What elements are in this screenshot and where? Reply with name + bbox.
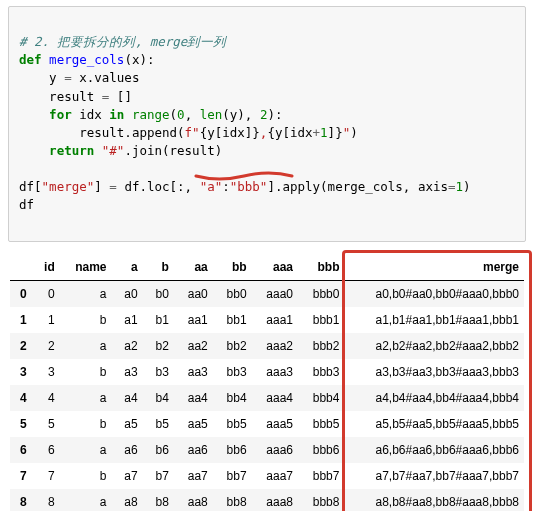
cell-aa: aa0 — [176, 280, 215, 307]
kw-def: def — [19, 52, 42, 67]
cell-merge: a3,b3#aa3,bb3#aaa3,bbb3 — [346, 359, 524, 385]
table-row: 11ba1b1aa1bb1aaa1bbb1a1,b1#aa1,bb1#aaa1,… — [10, 307, 524, 333]
cell-b: b7 — [145, 463, 176, 489]
cell-merge: a8,b8#aa8,bb8#aaa8,bbb8 — [346, 489, 524, 512]
cell-bb: bb6 — [215, 437, 254, 463]
table-row: 22aa2b2aa2bb2aaa2bbb2a2,b2#aa2,bb2#aaa2,… — [10, 333, 524, 359]
cell-bb: bb0 — [215, 280, 254, 307]
cell-name: a — [62, 280, 114, 307]
cell-id: 5 — [34, 411, 62, 437]
cell-merge: a5,b5#aa5,bb5#aaa5,bbb5 — [346, 411, 524, 437]
cell-a: a4 — [114, 385, 145, 411]
cell-bb: bb7 — [215, 463, 254, 489]
cell-aaa: aaa8 — [254, 489, 300, 512]
str-bbb: "bbb" — [230, 179, 268, 194]
row-index: 7 — [10, 463, 34, 489]
cell-aa: aa1 — [176, 307, 215, 333]
col-name: name — [62, 254, 114, 281]
cell-id: 0 — [34, 280, 62, 307]
code-text: .join(result) — [124, 143, 222, 158]
cell-bb: bb4 — [215, 385, 254, 411]
cell-b: b8 — [145, 489, 176, 512]
cell-aaa: aaa4 — [254, 385, 300, 411]
row-index: 8 — [10, 489, 34, 512]
cell-bb: bb5 — [215, 411, 254, 437]
row-index: 3 — [10, 359, 34, 385]
col-id: id — [34, 254, 62, 281]
str-f: f" — [185, 125, 200, 140]
col-index — [10, 254, 34, 281]
cell-name: b — [62, 359, 114, 385]
str-hash: "#" — [102, 143, 125, 158]
op-plus: + — [313, 125, 321, 140]
op-eq: = — [64, 70, 72, 85]
row-index: 2 — [10, 333, 34, 359]
code-text: idx — [72, 107, 110, 122]
cell-merge: a6,b6#aa6,bb6#aaa6,bbb6 — [346, 437, 524, 463]
code-text: x.values — [72, 70, 140, 85]
fstr-part: {y[idx — [267, 125, 312, 140]
cell-id: 2 — [34, 333, 62, 359]
num-two: 2 — [260, 107, 268, 122]
cell-aa: aa4 — [176, 385, 215, 411]
bi-len: len — [200, 107, 223, 122]
cell-b: b0 — [145, 280, 176, 307]
cell-bbb: bbb2 — [300, 333, 346, 359]
cell-bb: bb1 — [215, 307, 254, 333]
cell-name: b — [62, 463, 114, 489]
cell-a: a1 — [114, 307, 145, 333]
col-aa: aa — [176, 254, 215, 281]
cell-aaa: aaa5 — [254, 411, 300, 437]
cell-bb: bb8 — [215, 489, 254, 512]
fstr-part: {y[idx]} — [200, 125, 260, 140]
cell-a: a2 — [114, 333, 145, 359]
table-row: 00aa0b0aa0bb0aaa0bbb0a0,b0#aa0,bb0#aaa0,… — [10, 280, 524, 307]
code-text: ) — [463, 179, 471, 194]
code-text: result.append( — [19, 125, 185, 140]
col-bbb: bbb — [300, 254, 346, 281]
table-header-row: id name a b aa bb aaa bbb merge — [10, 254, 524, 281]
cell-bbb: bbb7 — [300, 463, 346, 489]
cell-aaa: aaa2 — [254, 333, 300, 359]
op-eq: = — [109, 179, 117, 194]
cell-b: b2 — [145, 333, 176, 359]
dataframe-output: id name a b aa bb aaa bbb merge 00aa0b0a… — [10, 254, 524, 512]
cell-id: 4 — [34, 385, 62, 411]
cell-merge: a1,b1#aa1,bb1#aaa1,bbb1 — [346, 307, 524, 333]
code-text: result — [19, 89, 102, 104]
cell-a: a3 — [114, 359, 145, 385]
cell-name: a — [62, 333, 114, 359]
num-one: 1 — [456, 179, 464, 194]
bi-range: range — [132, 107, 170, 122]
cell-id: 6 — [34, 437, 62, 463]
cell-name: b — [62, 307, 114, 333]
row-index: 5 — [10, 411, 34, 437]
cell-merge: a4,b4#aa4,bb4#aaa4,bbb4 — [346, 385, 524, 411]
code-text: [] — [109, 89, 132, 104]
col-b: b — [145, 254, 176, 281]
col-aaa: aaa — [254, 254, 300, 281]
cell-merge: a7,b7#aa7,bb7#aaa7,bbb7 — [346, 463, 524, 489]
table-row: 33ba3b3aa3bb3aaa3bbb3a3,b3#aa3,bb3#aaa3,… — [10, 359, 524, 385]
cell-id: 3 — [34, 359, 62, 385]
num-one: 1 — [320, 125, 328, 140]
cell-id: 7 — [34, 463, 62, 489]
code-text: y — [19, 70, 64, 85]
cell-aa: aa5 — [176, 411, 215, 437]
fn-name: merge_cols — [49, 52, 124, 67]
row-index: 6 — [10, 437, 34, 463]
code-cell: # 2. 把要拆分的列, merge到一列 def merge_cols(x):… — [8, 6, 526, 242]
table-row: 44aa4b4aa4bb4aaa4bbb4a4,b4#aa4,bb4#aaa4,… — [10, 385, 524, 411]
cell-name: a — [62, 489, 114, 512]
cell-aa: aa7 — [176, 463, 215, 489]
str-merge: "merge" — [42, 179, 95, 194]
cell-merge: a0,b0#aa0,bb0#aaa0,bbb0 — [346, 280, 524, 307]
cell-name: a — [62, 437, 114, 463]
cell-merge: a2,b2#aa2,bb2#aaa2,bbb2 — [346, 333, 524, 359]
row-index: 1 — [10, 307, 34, 333]
cell-a: a5 — [114, 411, 145, 437]
cell-a: a6 — [114, 437, 145, 463]
str-a: "a" — [200, 179, 223, 194]
cell-bbb: bbb1 — [300, 307, 346, 333]
kw-return: return — [49, 143, 94, 158]
